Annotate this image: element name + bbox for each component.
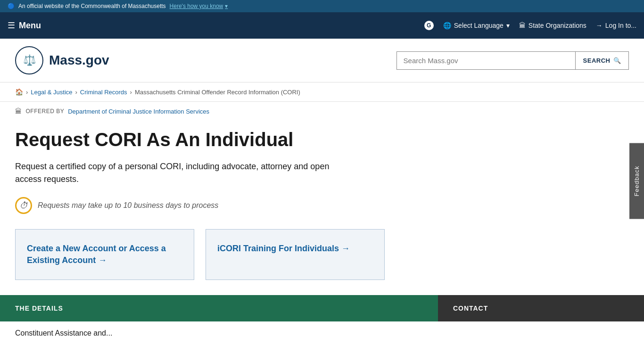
training-card-title: iCORI Training For Individuals → — [217, 243, 373, 255]
search-input[interactable] — [396, 51, 576, 70]
breadcrumb: 🏠 › Legal & Justice › Criminal Records ›… — [0, 82, 644, 102]
contact-section: CONTACT — [438, 295, 644, 321]
action-cards: Create a New Account or Access a Existin… — [15, 229, 598, 280]
the-details-section: THE DETAILS — [0, 295, 438, 321]
log-in-label: Log In to... — [605, 22, 636, 29]
breadcrumb-legal-justice[interactable]: Legal & Justice — [31, 89, 72, 96]
breadcrumb-sep-3: › — [130, 89, 132, 96]
offered-by-prefix: OFFERED BY — [26, 108, 65, 115]
search-icon: 🔍 — [613, 57, 621, 64]
google-translate-button[interactable]: G — [424, 21, 434, 30]
menu-button[interactable]: ☰ Menu — [8, 20, 41, 31]
search-area: SEARCH 🔍 — [396, 51, 629, 70]
building-icon: 🏛 — [519, 22, 526, 29]
notice-text: Requests may take up to 10 business days… — [38, 201, 218, 210]
ma-seal-logo: ⚖️ — [15, 46, 43, 74]
details-label: THE DETAILS — [15, 304, 63, 312]
state-organizations-label: State Organizations — [528, 22, 586, 29]
page-title: Request CORI As An Individual — [15, 128, 598, 151]
site-name: Mass.gov — [49, 53, 109, 68]
log-in-button[interactable]: → Log In to... — [596, 22, 636, 29]
login-icon: → — [596, 22, 603, 29]
clock-icon: ⏱ — [15, 197, 32, 214]
ma-seal-icon: 🔵 — [8, 3, 15, 9]
bottom-sections: THE DETAILS CONTACT — [0, 295, 644, 321]
select-language-label: Select Language — [454, 22, 504, 29]
search-button-label: SEARCH — [583, 57, 611, 64]
offered-by-section: 🏛 OFFERED BY Department of Criminal Just… — [0, 102, 644, 119]
language-chevron-icon: ▾ — [506, 22, 510, 29]
feedback-tab[interactable]: Feedback — [629, 143, 644, 219]
nav-right-items: G 🌐 Select Language ▾ 🏛 State Organizati… — [424, 21, 636, 30]
site-logo[interactable]: ⚖️ Mass.gov — [15, 46, 109, 74]
chevron-down-icon: ▾ — [225, 3, 228, 9]
home-icon[interactable]: 🏠 — [15, 88, 23, 96]
hamburger-icon: ☰ — [8, 20, 15, 31]
create-account-arrow: → — [98, 255, 107, 265]
nav-bar: ☰ Menu G 🌐 Select Language ▾ 🏛 State Org… — [0, 12, 644, 39]
site-header: ⚖️ Mass.gov SEARCH 🔍 — [0, 39, 644, 82]
search-button[interactable]: SEARCH 🔍 — [576, 51, 629, 70]
breadcrumb-sep-2: › — [75, 89, 77, 96]
breadcrumb-criminal-records[interactable]: Criminal Records — [80, 89, 127, 96]
page-subtitle: Request a certified copy of a personal C… — [15, 160, 345, 186]
google-g-icon: G — [424, 21, 434, 30]
offered-by-icon: 🏛 — [15, 107, 22, 115]
create-account-card[interactable]: Create a New Account or Access a Existin… — [15, 229, 194, 280]
top-banner: 🔵 An official website of the Commonwealt… — [0, 0, 644, 12]
select-language-button[interactable]: 🌐 Select Language ▾ — [443, 22, 510, 29]
training-card[interactable]: iCORI Training For Individuals → — [206, 229, 385, 280]
official-text: An official website of the Commonwealth … — [18, 3, 166, 9]
globe-icon: 🌐 — [443, 22, 451, 29]
heres-how-link[interactable]: Here's how you know ▾ — [170, 3, 228, 9]
feedback-tab-wrapper: Feedback — [629, 143, 644, 219]
breadcrumb-cori: Massachusetts Criminal Offender Record I… — [135, 89, 300, 96]
offered-by-agency-link[interactable]: Department of Criminal Justice Informati… — [68, 108, 209, 115]
contact-label: CONTACT — [453, 304, 488, 312]
training-arrow: → — [341, 244, 350, 253]
create-account-card-title: Create a New Account or Access a Existin… — [27, 243, 182, 266]
processing-notice: ⏱ Requests may take up to 10 business da… — [15, 197, 598, 214]
heres-how-label: Here's how you know — [170, 3, 223, 9]
breadcrumb-sep-1: › — [26, 89, 28, 96]
menu-label: Menu — [19, 21, 41, 31]
contact-preview: Constituent Assistance and... — [0, 321, 644, 345]
main-content: Request CORI As An Individual Request a … — [0, 119, 613, 280]
state-organizations-button[interactable]: 🏛 State Organizations — [519, 22, 586, 29]
